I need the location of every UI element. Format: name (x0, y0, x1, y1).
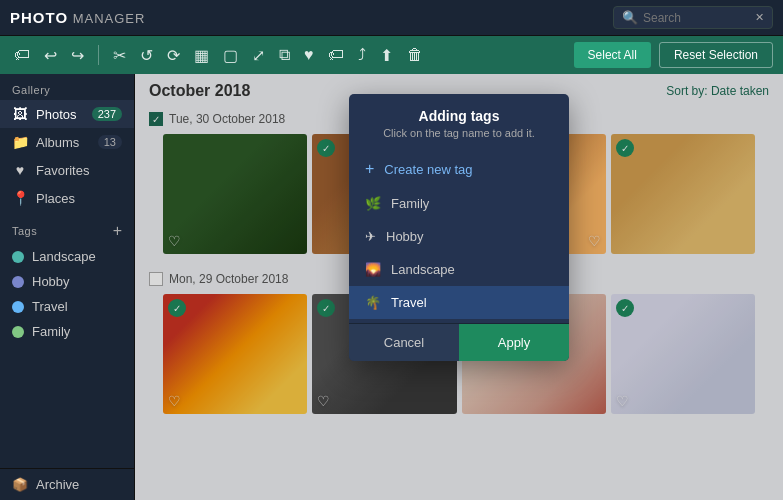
landscape-label: Landscape (32, 249, 96, 264)
landscape-dot (12, 251, 24, 263)
sidebar-footer: 📦 Archive (0, 468, 134, 500)
archive-label: Archive (36, 477, 79, 492)
sidebar-favorites-label: Favorites (36, 163, 89, 178)
sidebar-tag-travel[interactable]: Travel (0, 294, 134, 319)
modal-header: Adding tags Click on the tag name to add… (349, 94, 569, 147)
sidebar-places-label: Places (36, 191, 75, 206)
places-icon: 📍 (12, 190, 28, 206)
toolbar-separator-1 (98, 45, 99, 65)
tags-section-label: Tags (12, 225, 113, 237)
app-logo: PHOTO MANAGER (10, 9, 145, 26)
expand-icon[interactable]: ⤢ (248, 44, 269, 67)
modal-subtitle: Click on the tag name to add it. (361, 127, 557, 139)
modal-tag-family[interactable]: 🌿 Family (349, 187, 569, 220)
grid-icon[interactable]: ▦ (190, 44, 213, 67)
scissors-icon[interactable]: ✂ (109, 44, 130, 67)
favorites-icon: ♥ (12, 162, 28, 178)
app-name-photo: PHOTO (10, 9, 68, 26)
landscape-tag-icon: 🌄 (365, 262, 381, 277)
modal-tag-list: + Create new tag 🌿 Family ✈ Hobby 🌄 Land… (349, 147, 569, 323)
modal-overlay: Adding tags Click on the tag name to add… (135, 74, 783, 500)
apply-button[interactable]: Apply (459, 324, 569, 361)
select-all-button[interactable]: Select All (574, 42, 651, 68)
export-icon[interactable]: ⬆ (376, 44, 397, 67)
travel-label: Travel (32, 299, 68, 314)
sidebar-photos-label: Photos (36, 107, 76, 122)
hobby-tag-icon: ✈ (365, 229, 376, 244)
heart-icon[interactable]: ♥ (300, 44, 318, 66)
travel-tag-icon: 🌴 (365, 295, 381, 310)
gallery-section-label: Gallery (0, 74, 134, 100)
modal-footer: Cancel Apply (349, 323, 569, 361)
add-tag-button[interactable]: + (113, 222, 122, 240)
hobby-label: Hobby (32, 274, 70, 289)
refresh-icon[interactable]: ↺ (136, 44, 157, 67)
photos-icon: 🖼 (12, 106, 28, 122)
copy-icon[interactable]: ⧉ (275, 44, 294, 66)
sidebar-tag-hobby[interactable]: Hobby (0, 269, 134, 294)
albums-icon: 📁 (12, 134, 28, 150)
sidebar-item-albums[interactable]: 📁 Albums 13 (0, 128, 134, 156)
delete-icon[interactable]: 🗑 (403, 44, 427, 66)
sidebar-albums-label: Albums (36, 135, 79, 150)
undo-icon[interactable]: ↩ (40, 44, 61, 67)
sidebar-item-archive[interactable]: 📦 Archive (0, 469, 134, 500)
tag-icon[interactable]: 🏷 (10, 44, 34, 66)
modal-title: Adding tags (361, 108, 557, 124)
sidebar-item-photos[interactable]: 🖼 Photos 237 (0, 100, 134, 128)
tags-header: Tags + (0, 212, 134, 244)
app-name-manager: MANAGER (68, 11, 145, 26)
family-tag-label: Family (391, 196, 429, 211)
search-input[interactable] (643, 11, 755, 25)
main-layout: Gallery 🖼 Photos 237 📁 Albums 13 ♥ Favor… (0, 74, 783, 500)
sidebar: Gallery 🖼 Photos 237 📁 Albums 13 ♥ Favor… (0, 74, 135, 500)
sidebar-tag-landscape[interactable]: Landscape (0, 244, 134, 269)
app-header: PHOTO MANAGER 🔍 ✕ 🏷 ↩ ↪ ✂ ↺ ⟳ ▦ ▢ ⤢ ⧉ ♥ … (0, 0, 783, 74)
modal-tag-travel[interactable]: 🌴 Travel (349, 286, 569, 319)
search-bar[interactable]: 🔍 ✕ (613, 6, 773, 29)
family-label: Family (32, 324, 70, 339)
rotate-icon[interactable]: ⟳ (163, 44, 184, 67)
create-new-label: Create new tag (384, 162, 472, 177)
photos-badge: 237 (92, 107, 122, 121)
hobby-dot (12, 276, 24, 288)
hobby-tag-label: Hobby (386, 229, 424, 244)
plus-icon: + (365, 160, 374, 178)
modal-tag-landscape[interactable]: 🌄 Landscape (349, 253, 569, 286)
modal-tag-hobby[interactable]: ✈ Hobby (349, 220, 569, 253)
sidebar-tag-family[interactable]: Family (0, 319, 134, 344)
share-icon[interactable]: ⤴ (354, 44, 370, 66)
landscape-tag-label: Landscape (391, 262, 455, 277)
content-area: October 2018 Sort by: Date taken ✓ Tue, … (135, 74, 783, 500)
travel-tag-label: Travel (391, 295, 427, 310)
sidebar-item-places[interactable]: 📍 Places (0, 184, 134, 212)
cancel-button[interactable]: Cancel (349, 324, 459, 361)
frame-icon[interactable]: ▢ (219, 44, 242, 67)
sidebar-item-favorites[interactable]: ♥ Favorites (0, 156, 134, 184)
reset-selection-button[interactable]: Reset Selection (659, 42, 773, 68)
travel-dot (12, 301, 24, 313)
family-dot (12, 326, 24, 338)
label-icon[interactable]: 🏷 (324, 44, 348, 66)
search-icon: 🔍 (622, 10, 638, 25)
adding-tags-modal: Adding tags Click on the tag name to add… (349, 94, 569, 361)
archive-icon: 📦 (12, 477, 28, 492)
redo-icon[interactable]: ↪ (67, 44, 88, 67)
clear-icon[interactable]: ✕ (755, 11, 764, 24)
family-tag-icon: 🌿 (365, 196, 381, 211)
top-bar: PHOTO MANAGER 🔍 ✕ (0, 0, 783, 36)
albums-badge: 13 (98, 135, 122, 149)
toolbar-right: Select All Reset Selection (574, 42, 773, 68)
toolbar: 🏷 ↩ ↪ ✂ ↺ ⟳ ▦ ▢ ⤢ ⧉ ♥ 🏷 ⤴ ⬆ 🗑 Select All… (0, 36, 783, 74)
create-new-tag[interactable]: + Create new tag (349, 151, 569, 187)
